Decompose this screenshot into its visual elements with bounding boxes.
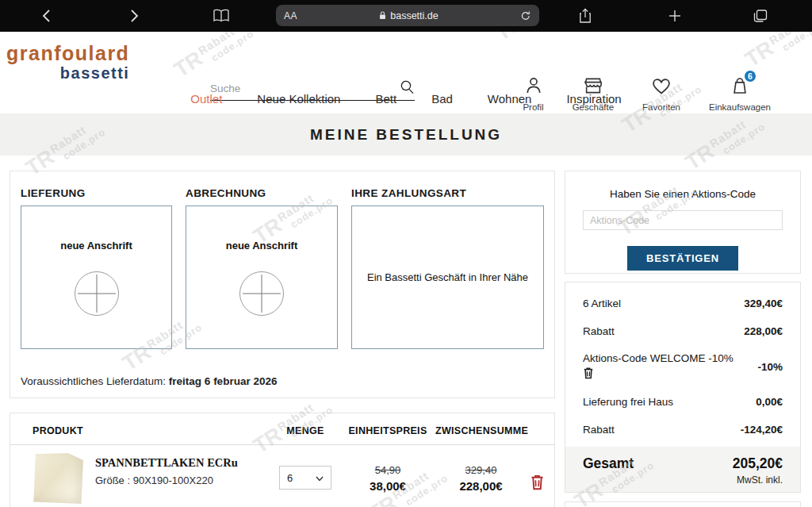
new-address-label: neue Anschrift: [21, 240, 171, 252]
reload-icon[interactable]: [520, 10, 531, 21]
delivery-section-title: LIEFERUNG: [21, 187, 172, 199]
promo-code-input[interactable]: [583, 210, 783, 230]
tax-note: MwSt. inkl.: [583, 474, 783, 486]
order-items-card: PRODUKT MENGE EINHEITSPREIS ZWISCHENSUMM…: [10, 413, 555, 507]
product-image[interactable]: [33, 453, 83, 504]
summary-label: Lieferung frei Haus: [583, 396, 673, 408]
total-value: 205,20€: [733, 455, 783, 472]
order-summary-card: 6 Artikel 329,40€ Rabatt 228,00€ Aktions…: [565, 282, 801, 493]
nav-item-outlet[interactable]: Outlet: [190, 92, 222, 113]
promo-code-card: Haben Sie einen Aktions-Code BESTÄTIGEN: [565, 171, 801, 274]
next-card-stub: [565, 501, 801, 507]
summary-value: 228,00€: [744, 325, 783, 337]
summary-value: 329,40€: [744, 298, 783, 309]
order-item-row: SPANNBETTLAKEN ECRu Größe : 90X190-100X2…: [10, 445, 554, 504]
store-nearby-label: Ein Bassetti Geschäft in Ihrer Nähe: [352, 206, 543, 348]
bookmarks-icon[interactable]: [213, 9, 230, 23]
delivery-date-line: Voraussichtliches Lieferdatum: freitag 6…: [21, 375, 277, 387]
bassetti-logo[interactable]: granfoulard bassetti: [6, 44, 129, 81]
subtotal-old: 329,40: [435, 464, 527, 476]
summary-label: Aktions-Code WELCOME -10%: [583, 352, 733, 364]
payment-store-option-box[interactable]: Ein Bassetti Geschäft in Ihrer Nähe: [351, 205, 544, 349]
summary-row-rabatt-2: Rabatt -124,20€: [565, 416, 800, 444]
nav-item-bett[interactable]: Bett: [375, 92, 396, 113]
summary-label: 6 Artikel: [583, 298, 621, 309]
cart-count-badge: 6: [743, 69, 757, 83]
summary-label: Rabatt: [583, 424, 615, 436]
add-billing-address-box[interactable]: neue Anschrift: [186, 205, 338, 349]
browser-back-icon[interactable]: [41, 9, 52, 23]
chevron-down-icon: [316, 472, 324, 484]
nav-item-neue-kollektion[interactable]: Neue Kollektion: [257, 92, 340, 113]
summary-value: 0,00€: [756, 396, 783, 408]
col-einheitspreis: EINHEITSPREIS: [340, 425, 435, 436]
add-plus-icon: [75, 271, 119, 316]
nav-item-wohnen[interactable]: Wohnen: [488, 92, 532, 113]
tabs-overview-icon[interactable]: [753, 10, 768, 23]
summary-value: -124,20€: [741, 424, 783, 436]
quantity-select[interactable]: 6: [279, 466, 331, 490]
share-icon[interactable]: [579, 8, 592, 24]
product-size: Größe : 90X190-100X220: [95, 474, 238, 486]
delivery-date-label: Voraussichtliches Lieferdatum:: [21, 375, 169, 387]
address-bar[interactable]: AA bassetti.de: [276, 5, 539, 26]
logo-granfoulard-text: granfoulard: [6, 44, 129, 63]
promo-title: Haben Sie einen Aktions-Code: [565, 188, 800, 200]
remove-promo-trash-icon[interactable]: [583, 367, 596, 382]
summary-row-articles: 6 Artikel 329,40€: [565, 290, 800, 317]
order-table-header: PRODUKT MENGE EINHEITSPREIS ZWISCHENSUMM…: [10, 413, 554, 445]
unit-price: 38,00€: [340, 479, 435, 493]
url-text: bassetti.de: [390, 10, 438, 21]
new-address-label: neue Anschrift: [186, 240, 337, 252]
payment-section-title: IHRE ZAHLUNGSART: [351, 187, 544, 199]
col-menge: MENGE: [270, 425, 340, 436]
col-produkt: PRODUKT: [33, 425, 270, 436]
subtotal: 228,00€: [435, 479, 527, 493]
promo-confirm-button[interactable]: BESTÄTIGEN: [627, 246, 738, 271]
delivery-date-value: freitag 6 februar 2026: [169, 375, 278, 387]
add-plus-icon: [239, 271, 284, 316]
product-name[interactable]: SPANNBETTLAKEN ECRu: [95, 456, 238, 470]
billing-section-title: ABRECHNUNG: [186, 187, 338, 199]
summary-total-section: Gesamt 205,20€ MwSt. inkl.: [565, 447, 800, 492]
total-label: Gesamt: [583, 455, 634, 472]
unit-price-old: 54,90: [340, 464, 435, 476]
summary-row-shipping: Lieferung frei Haus 0,00€: [565, 388, 800, 416]
nav-item-inspiration[interactable]: Inspiration: [566, 92, 621, 113]
summary-row-promo-code: Aktions-Code WELCOME -10% -10%: [565, 345, 800, 388]
new-tab-icon[interactable]: [668, 10, 681, 22]
checkout-sections-card: LIEFERUNG neue Anschrift ABRECHNUNG neue…: [10, 171, 555, 398]
browser-forward-icon[interactable]: [128, 9, 140, 23]
main-navigation: Outlet Neue Kollektion Bett Bad Wohnen I…: [0, 92, 812, 113]
summary-value: -10%: [757, 361, 783, 373]
add-delivery-address-box[interactable]: neue Anschrift: [21, 205, 172, 349]
nav-item-bad[interactable]: Bad: [431, 92, 453, 113]
browser-toolbar: AA bassetti.de: [0, 0, 812, 32]
summary-label: Rabatt: [583, 325, 615, 337]
remove-item-trash-icon[interactable]: [530, 474, 545, 493]
page-title: MEINE BESTELLUNG: [0, 113, 812, 156]
summary-row-rabatt: Rabatt 228,00€: [565, 317, 800, 345]
reader-view-button[interactable]: AA: [284, 10, 297, 21]
quantity-value: 6: [287, 472, 293, 484]
lock-icon: [379, 11, 386, 20]
logo-bassetti-text: bassetti: [6, 65, 129, 81]
col-zwischensumme: ZWISCHENSUMME: [435, 425, 527, 436]
